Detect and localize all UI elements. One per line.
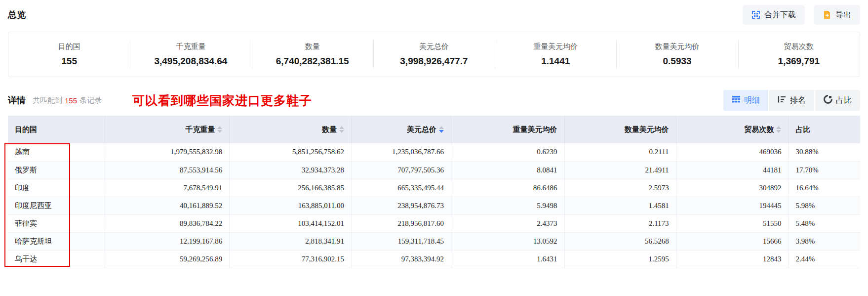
cell-country: 印度尼西亚 xyxy=(8,197,105,214)
cell-value: 59,269,256.89 xyxy=(105,250,230,268)
overview-stats-card: 目的国155千克重量3,495,208,834.64数量6,740,282,38… xyxy=(8,32,860,77)
stat-label: 数量美元均价 xyxy=(655,42,700,51)
cell-value: 1.2595 xyxy=(564,250,676,268)
column-header-label: 重量美元均价 xyxy=(513,125,557,134)
column-header-4[interactable]: 美元总价 xyxy=(352,116,451,143)
table-row: 菲律宾89,836,784.22103,414,152.01218,956,81… xyxy=(8,214,860,232)
cell-country: 哈萨克斯坦 xyxy=(8,232,105,250)
export-icon xyxy=(823,10,831,19)
column-header-6: 数量美元均价 xyxy=(564,116,676,143)
stat-label: 千克重量 xyxy=(176,42,205,51)
cell-value: 5.9498 xyxy=(451,197,564,214)
match-summary: 共匹配到 155 条记录 xyxy=(33,96,102,105)
cell-value: 2.4373 xyxy=(451,214,564,232)
cell-value: 87,553,914.56 xyxy=(105,161,230,179)
details-bar: 详情 共匹配到 155 条记录 可以看到哪些国家进口更多鞋子 明细排名占比 xyxy=(0,90,868,111)
overview-title: 总览 xyxy=(8,9,26,21)
top-actions: 合并下载导出 xyxy=(743,5,860,25)
export-button[interactable]: 导出 xyxy=(814,5,860,25)
cell-value: 30.88% xyxy=(789,143,860,161)
view-tab-label: 明细 xyxy=(744,95,760,106)
column-header-8: 占比 xyxy=(789,116,860,143)
column-header-label: 占比 xyxy=(795,125,810,134)
sort-carets-icon[interactable] xyxy=(439,126,444,133)
action-button-label: 导出 xyxy=(835,10,851,20)
cell-value: 15666 xyxy=(676,232,789,250)
match-count: 155 xyxy=(65,96,77,105)
table-row: 印度7,678,549.91256,166,385.85665,335,495.… xyxy=(8,179,860,197)
overview-stat: 重量美元均价1.1441 xyxy=(495,32,616,77)
cell-value: 89,836,784.22 xyxy=(105,214,230,232)
cell-value: 44181 xyxy=(676,161,789,179)
cell-value: 665,335,495.44 xyxy=(352,179,451,197)
view-tab-label: 占比 xyxy=(836,95,852,106)
cell-value: 1,979,555,832.98 xyxy=(105,143,230,161)
cell-country: 乌干达 xyxy=(8,250,105,268)
stat-label: 重量美元均价 xyxy=(533,42,578,51)
cell-value: 103,414,152.01 xyxy=(230,214,352,232)
cell-value: 2.5973 xyxy=(564,179,676,197)
cell-value: 7,678,549.91 xyxy=(105,179,230,197)
cell-value: 5,851,256,758.62 xyxy=(230,143,352,161)
view-tab-detail[interactable]: 明细 xyxy=(723,90,768,111)
column-header-label: 目的国 xyxy=(15,125,37,134)
table-header-row: 目的国千克重量数量美元总价重量美元均价数量美元均价贸易次数占比 xyxy=(8,116,860,143)
sort-carets-icon[interactable] xyxy=(776,126,781,133)
stat-label: 美元总价 xyxy=(419,42,449,51)
cell-value: 56.5268 xyxy=(564,232,676,250)
sort-carets-icon[interactable] xyxy=(339,126,344,133)
cell-country: 俄罗斯 xyxy=(8,161,105,179)
column-header-2[interactable]: 千克重量 xyxy=(105,116,230,143)
cell-value: 0.6239 xyxy=(451,143,564,161)
stat-value: 3,495,208,834.64 xyxy=(154,56,227,67)
cell-value: 2.1173 xyxy=(564,214,676,232)
pie-icon xyxy=(824,95,832,106)
cell-value: 5.48% xyxy=(789,214,860,232)
cell-value: 2,818,341.91 xyxy=(230,232,352,250)
column-header-5: 重量美元均价 xyxy=(451,116,564,143)
stat-value: 155 xyxy=(61,56,77,67)
cell-value: 1,235,036,787.66 xyxy=(352,143,451,161)
view-tab-proportion[interactable]: 占比 xyxy=(815,90,860,111)
overview-stat: 美元总价3,998,926,477.7 xyxy=(373,32,495,77)
cell-value: 3.98% xyxy=(789,232,860,250)
stat-label: 贸易次数 xyxy=(784,42,814,51)
table-row: 印度尼西亚40,161,889.52163,885,011.00238,954,… xyxy=(8,197,860,214)
cell-value: 1.4581 xyxy=(564,197,676,214)
cell-value: 469036 xyxy=(676,143,789,161)
stat-label: 数量 xyxy=(305,42,320,51)
cell-value: 97,383,394.92 xyxy=(352,250,451,268)
cell-value: 12,199,167.86 xyxy=(105,232,230,250)
cell-value: 304892 xyxy=(676,179,789,197)
table-row: 乌干达59,269,256.8977,316,902.1597,383,394.… xyxy=(8,250,860,268)
cell-value: 40,161,889.52 xyxy=(105,197,230,214)
sort-carets-icon[interactable] xyxy=(217,126,222,133)
cell-value: 194445 xyxy=(676,197,789,214)
view-tab-label: 排名 xyxy=(790,95,806,106)
cell-value: 1.6431 xyxy=(451,250,564,268)
cell-value: 86.6486 xyxy=(451,179,564,197)
table-row: 俄罗斯87,553,914.5632,934,373.28707,797,505… xyxy=(8,161,860,179)
cell-value: 256,166,385.85 xyxy=(230,179,352,197)
cell-value: 16.64% xyxy=(789,179,860,197)
stat-value: 1,369,791 xyxy=(778,56,820,67)
cell-value: 12843 xyxy=(676,250,789,268)
cell-value: 163,885,011.00 xyxy=(230,197,352,214)
column-header-7[interactable]: 贸易次数 xyxy=(676,116,789,143)
table-row: 越南1,979,555,832.985,851,256,758.621,235,… xyxy=(8,143,860,161)
cell-value: 21.4911 xyxy=(564,161,676,179)
stat-value: 3,998,926,477.7 xyxy=(400,56,468,67)
cell-value: 5.98% xyxy=(789,197,860,214)
column-header-label: 美元总价 xyxy=(407,125,436,134)
action-button-label: 合并下载 xyxy=(764,10,796,20)
cell-value: 159,311,718.45 xyxy=(352,232,451,250)
cell-value: 77,316,902.15 xyxy=(230,250,352,268)
overview-stat: 贸易次数1,369,791 xyxy=(738,32,860,77)
column-header-3[interactable]: 数量 xyxy=(230,116,352,143)
column-header-label: 千克重量 xyxy=(185,125,215,134)
view-tab-ranking[interactable]: 排名 xyxy=(769,90,814,111)
details-table: 目的国千克重量数量美元总价重量美元均价数量美元均价贸易次数占比 越南1,979,… xyxy=(8,116,860,268)
cell-value: 13.0592 xyxy=(451,232,564,250)
stat-label: 目的国 xyxy=(58,42,80,51)
merge-download-button[interactable]: 合并下载 xyxy=(743,5,805,25)
